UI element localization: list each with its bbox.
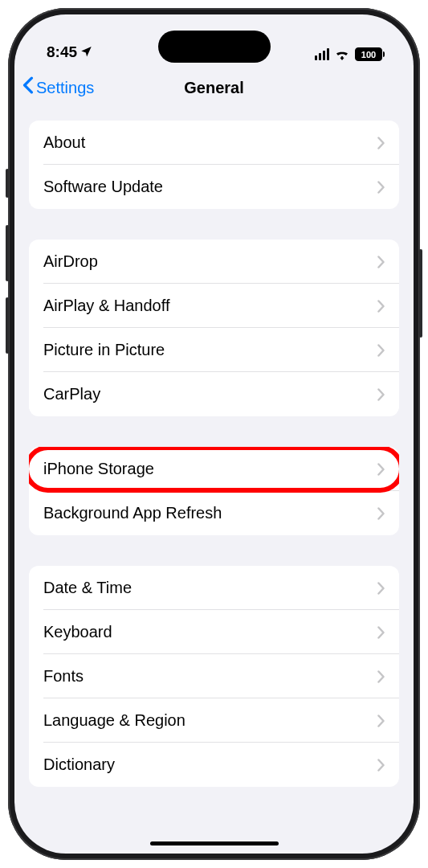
back-button[interactable]: Settings xyxy=(22,79,94,97)
chevron-right-icon xyxy=(377,502,385,525)
volume-down-button xyxy=(6,297,9,354)
battery-icon: 100 xyxy=(355,47,385,61)
settings-group: Date & TimeKeyboardFontsLanguage & Regio… xyxy=(29,566,399,787)
row-label: Fonts xyxy=(43,667,377,686)
row-label: Picture in Picture xyxy=(43,341,377,359)
row-background-app-refresh[interactable]: Background App Refresh xyxy=(29,491,399,535)
navigation-bar: Settings General xyxy=(14,68,414,108)
settings-group: AirDropAirPlay & HandoffPicture in Pictu… xyxy=(29,240,399,416)
chevron-right-icon xyxy=(377,339,385,362)
row-date-time[interactable]: Date & Time xyxy=(29,566,399,610)
volume-up-button xyxy=(6,225,9,281)
row-label: About xyxy=(43,133,377,152)
page-title: General xyxy=(184,79,243,97)
settings-group: AboutSoftware Update xyxy=(29,121,399,209)
row-dictionary[interactable]: Dictionary xyxy=(29,743,399,787)
row-keyboard[interactable]: Keyboard xyxy=(29,610,399,654)
power-button xyxy=(419,249,422,338)
battery-level: 100 xyxy=(361,50,376,59)
chevron-right-icon xyxy=(377,383,385,406)
chevron-right-icon xyxy=(377,577,385,600)
row-iphone-storage[interactable]: iPhone Storage xyxy=(29,447,399,491)
settings-group: iPhone StorageBackground App Refresh xyxy=(29,447,399,535)
chevron-right-icon xyxy=(377,132,385,154)
row-label: AirPlay & Handoff xyxy=(43,297,377,315)
row-label: CarPlay xyxy=(43,385,377,403)
mute-switch xyxy=(6,169,9,198)
phone-frame: 8:45 100 xyxy=(8,8,420,860)
row-label: AirDrop xyxy=(43,252,377,271)
back-label: Settings xyxy=(36,79,94,97)
row-about[interactable]: About xyxy=(29,121,399,165)
chevron-right-icon xyxy=(377,710,385,732)
row-language-region[interactable]: Language & Region xyxy=(29,698,399,743)
status-time: 8:45 xyxy=(47,43,77,61)
row-label: Keyboard xyxy=(43,623,377,641)
chevron-right-icon xyxy=(377,458,385,481)
chevron-right-icon xyxy=(377,754,385,776)
chevron-right-icon xyxy=(377,295,385,317)
row-carplay[interactable]: CarPlay xyxy=(29,372,399,416)
location-icon xyxy=(80,45,92,59)
row-label: iPhone Storage xyxy=(43,460,377,478)
settings-list[interactable]: AboutSoftware UpdateAirDropAirPlay & Han… xyxy=(14,108,414,787)
row-airdrop[interactable]: AirDrop xyxy=(29,240,399,284)
row-label: Background App Refresh xyxy=(43,504,377,522)
chevron-right-icon xyxy=(377,665,385,688)
row-fonts[interactable]: Fonts xyxy=(29,654,399,698)
row-picture-in-picture[interactable]: Picture in Picture xyxy=(29,328,399,372)
wifi-icon xyxy=(334,48,350,60)
row-software-update[interactable]: Software Update xyxy=(29,165,399,209)
row-label: Language & Region xyxy=(43,711,377,730)
home-indicator[interactable] xyxy=(150,841,279,845)
phone-screen: 8:45 100 xyxy=(14,14,414,854)
row-label: Date & Time xyxy=(43,579,377,597)
row-label: Software Update xyxy=(43,178,377,196)
chevron-right-icon xyxy=(377,621,385,644)
row-airplay-handoff[interactable]: AirPlay & Handoff xyxy=(29,284,399,328)
chevron-right-icon xyxy=(377,176,385,199)
dynamic-island xyxy=(158,31,271,63)
chevron-right-icon xyxy=(377,251,385,273)
cellular-signal-icon xyxy=(315,48,330,60)
row-label: Dictionary xyxy=(43,755,377,774)
back-chevron-icon xyxy=(22,76,34,97)
